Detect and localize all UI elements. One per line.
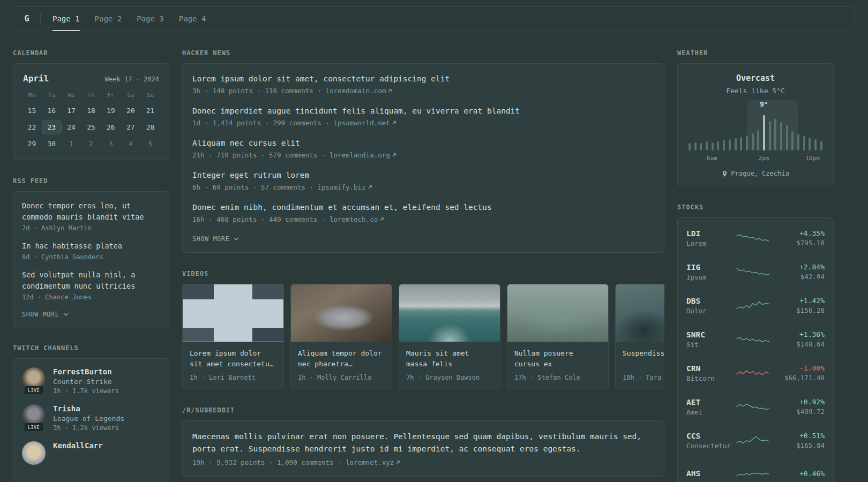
stock-sparkline — [736, 265, 770, 279]
stock-symbol: AHS — [686, 469, 736, 478]
calendar-card: April Week 17 · 2024 Mo Tu We Th Fr Sa S… — [13, 63, 169, 160]
stock-change: -1.00% — [770, 364, 825, 372]
rss-item-title[interactable]: In hac habitasse platea — [22, 240, 160, 252]
hackernews-show-more-button[interactable]: SHOW MORE — [192, 235, 239, 243]
video-card[interactable]: Mauris sit amet massa felis 7h · Grayson… — [399, 284, 500, 389]
stock-name: Bitcorn — [686, 374, 736, 382]
tab-page-1[interactable]: Page 1 — [53, 7, 80, 31]
calendar-date-cell: 29 — [22, 137, 42, 151]
stock-price: $795.18 — [770, 239, 825, 247]
subreddit-post-title[interactable]: Maecenas mollis pulvinar erat non posuer… — [192, 431, 654, 455]
rss-widget: RSS FEED Donec tempor eros leo, ut commo… — [13, 177, 169, 327]
hn-story: Lorem ipsum dolor sit amet, consectetur … — [192, 73, 654, 95]
hn-story-meta: 21h · 710 points · 579 comments · loreml… — [192, 151, 654, 159]
video-card-body: Suspendisse diam 18h · Tara — [616, 342, 664, 389]
app-logo[interactable]: G — [13, 7, 40, 31]
stock-sparkline — [736, 299, 770, 313]
stock-row[interactable]: LDI Lorem +4.35% $795.18 — [686, 221, 825, 255]
rss-show-more-button[interactable]: SHOW MORE — [22, 311, 69, 318]
stock-row[interactable]: CRN Bitcorn -1.00% $66,171.48 — [686, 356, 825, 390]
video-card[interactable]: Nullam posuere cursus ex 17h · Stefan Co… — [507, 284, 609, 389]
stock-symbol: CRN — [686, 364, 736, 373]
weather-location: Prague, Czechia — [687, 170, 824, 177]
video-title: Suspendisse diam — [623, 348, 664, 369]
hn-story-title[interactable]: Aliquam nec cursus elit — [192, 138, 654, 149]
hn-story-domain-link[interactable]: ipsumworld.net — [333, 119, 396, 127]
location-pin-icon — [722, 170, 728, 177]
rss-item-title[interactable]: Donec tempor eros leo, ut commodo mauris… — [22, 200, 160, 223]
twitch-channel[interactable]: KendallCarr — [22, 441, 160, 465]
stock-id: CCS Consectetur — [686, 432, 736, 450]
show-more-label: SHOW MORE — [192, 235, 230, 243]
hn-story-domain-link[interactable]: loremlandia.org — [330, 151, 396, 159]
tab-page-2[interactable]: Page 2 — [95, 7, 122, 31]
stock-row[interactable]: SNRC Sit +1.36% $148.64 — [686, 322, 825, 356]
top-nav: G Page 1 Page 2 Page 3 Page 4 — [13, 6, 855, 31]
video-card-body: Aliquam tempor dolor nec pharetra… 1h · … — [291, 342, 392, 389]
hn-story-domain-link[interactable]: loremtech.co — [330, 215, 384, 223]
stock-row[interactable]: CCS Consectetur +0.51% $165.84 — [686, 424, 825, 457]
stock-change: +0.51% — [770, 432, 825, 440]
video-card-body: Lorem ipsum dolor sit amet consectetu… 1… — [183, 342, 283, 389]
video-card[interactable]: Lorem ipsum dolor sit amet consectetu… 1… — [182, 284, 284, 389]
rss-item-title[interactable]: Sed volutpat nulla nisl, a condimentum n… — [22, 269, 160, 292]
twitch-channel-info: ForrestBurton Counter-Strike 1h · 1.7k v… — [53, 367, 119, 395]
calendar-dow: Fr — [101, 92, 121, 101]
calendar-date-cell: 24 — [62, 120, 81, 134]
weather-condition: Overcast — [687, 73, 824, 83]
rss-item: Sed volutpat nulla nisl, a condimentum n… — [22, 269, 160, 301]
subreddit-post-domain-link[interactable]: loremnet.xyz — [346, 458, 400, 466]
twitch-channel[interactable]: LIVE ForrestBurton Counter-Strike 1h · 1… — [22, 367, 160, 395]
stock-change: +1.42% — [770, 297, 825, 305]
twitch-card: LIVE ForrestBurton Counter-Strike 1h · 1… — [13, 358, 169, 482]
hn-story-domain: ipsumify.biz — [317, 183, 365, 191]
avatar: LIVE — [22, 404, 46, 428]
calendar-header: April Week 17 · 2024 — [22, 72, 160, 84]
rss-item: In hac habitasse platea 8d · Cynthia Sau… — [22, 240, 160, 261]
hn-story-meta: 3h · 148 points · 116 comments · loremdo… — [192, 87, 654, 95]
calendar-date-cell: 28 — [140, 120, 160, 134]
twitch-channel-info: KendallCarr — [53, 441, 103, 450]
video-title: Lorem ipsum dolor sit amet consectetu… — [190, 348, 276, 369]
hn-story-title[interactable]: Donec enim nibh, condimentum et accumsan… — [192, 202, 654, 213]
video-thumbnail — [183, 284, 283, 342]
video-card[interactable]: Suspendisse diam 18h · Tara — [615, 284, 664, 389]
stock-values: +1.42% $156.28 — [770, 297, 825, 314]
stock-name: Amet — [686, 408, 736, 416]
stock-change: +0.92% — [770, 398, 825, 406]
calendar-dow: Mo — [22, 92, 42, 101]
hn-story-stats: 16h · 468 points · 440 comments · — [192, 215, 330, 223]
stock-id: AET Amet — [686, 398, 736, 416]
hn-story-title[interactable]: Lorem ipsum dolor sit amet, consectetur … — [192, 73, 654, 85]
stock-row[interactable]: AET Amet +0.92% $499.72 — [686, 390, 825, 424]
hn-story-title[interactable]: Integer eget rutrum lorem — [192, 170, 654, 181]
video-card[interactable]: Aliquam tempor dolor nec pharetra… 1h · … — [290, 284, 392, 389]
hn-story-stats: 3h · 148 points · 116 comments · — [192, 87, 325, 95]
hn-story-domain-link[interactable]: loremdomain.com — [325, 87, 392, 95]
stock-sparkline — [736, 231, 770, 245]
stock-row[interactable]: AHS +0.46% — [686, 457, 825, 482]
stock-name: Dolor — [686, 307, 736, 315]
rss-item-meta: 12d · Chance Jones — [22, 293, 160, 301]
hn-story-domain-link[interactable]: ipsumify.biz — [317, 183, 372, 191]
hn-story-title[interactable]: Donec imperdiet augue tincidunt felis al… — [192, 106, 654, 117]
tab-page-4[interactable]: Page 4 — [179, 7, 206, 31]
video-meta: 17h · Stefan Cole — [514, 374, 601, 381]
right-column: WEATHER Overcast Feels like 5°C 9° 6am 2… — [677, 49, 834, 482]
stock-row[interactable]: DBS Dolor +1.42% $156.28 — [686, 289, 825, 322]
videos-section-title: VIDEOS — [182, 270, 664, 277]
weather-card: Overcast Feels like 5°C 9° 6am 2pm 10pm … — [677, 63, 834, 186]
videos-widget: VIDEOS Lorem ipsum dolor sit amet consec… — [182, 270, 664, 389]
twitch-channel[interactable]: LIVE Trisha League of Legends 3h · 1.2k … — [22, 404, 160, 432]
twitch-channel-name: Trisha — [53, 404, 124, 413]
tab-page-3[interactable]: Page 3 — [137, 7, 164, 31]
stock-change: +4.35% — [770, 229, 825, 237]
weather-bars — [689, 113, 822, 150]
weather-section-title: WEATHER — [677, 49, 834, 57]
stock-row[interactable]: IIG Ipsum +2.84% $42.04 — [686, 255, 825, 289]
hackernews-section-title: HACKER NEWS — [182, 49, 664, 57]
calendar-date-cell: 19 — [101, 104, 121, 118]
left-column: CALENDAR April Week 17 · 2024 Mo Tu We T… — [13, 49, 169, 482]
weather-time-axis: 6am 2pm 10pm — [687, 155, 824, 163]
video-meta: 1h · Lori Barnett — [190, 374, 276, 381]
